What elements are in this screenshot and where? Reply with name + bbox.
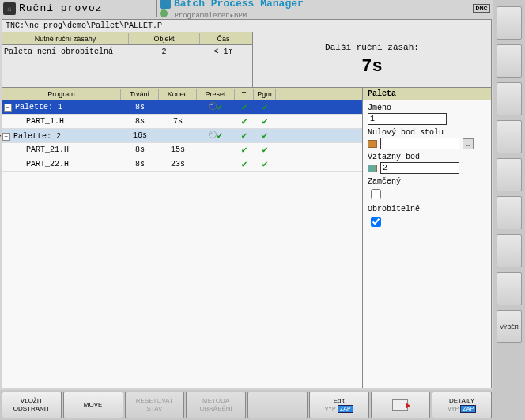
mode-title: Ruční provoz xyxy=(19,2,103,14)
softkey-bar: VLOŽIT ODSTRANIT MOVE RESETOVAT STAV MET… xyxy=(0,390,493,420)
col-konec: Konec xyxy=(159,89,197,100)
table-row[interactable]: PART_1.H 8s 7s ✔ ✔ xyxy=(2,115,362,129)
intervention-time: < 1m xyxy=(200,46,247,58)
path-bar: TNC:\nc_prog\demo\Pallet\PALLET.P xyxy=(2,20,491,32)
dnc-badge: DNC xyxy=(473,4,489,13)
obrobitelne-checkbox[interactable] xyxy=(371,217,381,227)
obrobitelne-label: Obrobitelné xyxy=(368,205,486,214)
row-trvani: 8s xyxy=(121,115,159,127)
titlebar: ⌂ Ruční provoz Batch Process Manager Pro… xyxy=(0,0,493,17)
row-trvani: 8s xyxy=(121,158,159,170)
panel-title: Paleta xyxy=(363,88,491,100)
row-name: Palette: 1 xyxy=(15,103,62,112)
row-konec xyxy=(159,134,197,138)
intervention-text: Paleta není obrobitelná xyxy=(2,46,129,58)
softkey-screenshot[interactable] xyxy=(371,392,431,418)
row-name: PART_22.H xyxy=(2,158,121,170)
side-softkey[interactable] xyxy=(497,272,522,305)
row-trvani: 16s xyxy=(121,130,159,142)
row-trvani: 8s xyxy=(121,101,159,113)
stolu-input[interactable] xyxy=(380,138,459,149)
col-preset: Preset xyxy=(197,89,235,100)
check-icon: ✔ xyxy=(262,131,267,142)
row-trvani: 8s xyxy=(121,144,159,156)
table-row[interactable]: ⤳−Palette: 2 16s ✔ ✔ ✔ xyxy=(2,129,362,143)
side-softkey-vyber[interactable]: VÝBĚR xyxy=(497,310,522,343)
mode-icon: ⌂ xyxy=(3,2,16,15)
row-konec: 23s xyxy=(159,158,197,170)
row-konec xyxy=(159,106,197,109)
row-name: PART_1.H xyxy=(2,115,121,127)
check-icon: ✔ xyxy=(262,102,267,113)
app-icon xyxy=(160,0,171,9)
col-object: Objekt xyxy=(129,33,200,44)
col-program: Program xyxy=(2,89,121,100)
app-title: Batch Process Manager xyxy=(174,0,304,9)
check-icon: ✔ xyxy=(241,131,247,142)
arrow-icon: ⤳ xyxy=(0,132,1,141)
row-name: Palette: 2 xyxy=(13,132,61,141)
col-intervention: Nutné ruční zásahy xyxy=(2,33,129,44)
table-row[interactable]: −Palette: 1 8s ✔ ✔ ✔ xyxy=(2,100,362,115)
status-dot-icon xyxy=(160,9,168,17)
check-icon: ✔ xyxy=(241,159,247,170)
vztazny-label: Vztažný bod xyxy=(368,153,486,161)
vztazny-input[interactable] xyxy=(380,162,459,174)
details-panel: Paleta Jméno Nulový bod stolu … xyxy=(363,88,491,388)
browse-button[interactable]: … xyxy=(463,138,474,149)
softkey-blank xyxy=(247,392,308,418)
side-softkey[interactable] xyxy=(497,44,522,78)
softkey-edit[interactable]: Edit VYP ZAP xyxy=(309,392,369,418)
preset-target-icon xyxy=(209,102,217,110)
zamceny-label: Zamčený xyxy=(368,177,486,186)
check-icon: ✔ xyxy=(241,102,247,113)
softkey-reset[interactable]: RESETOVAT STAV xyxy=(125,392,185,418)
zamceny-checkbox[interactable] xyxy=(371,189,381,199)
check-icon: ✔ xyxy=(217,131,222,142)
intervention-object: 2 xyxy=(129,46,200,58)
col-time: Čas xyxy=(200,33,247,44)
side-softkey[interactable] xyxy=(497,196,522,229)
check-icon: ✔ xyxy=(241,145,247,156)
side-softkey[interactable] xyxy=(497,82,522,115)
table-row[interactable]: PART_21.H 8s 15s ✔ ✔ xyxy=(2,143,362,157)
check-icon: ✔ xyxy=(262,159,267,170)
table-preset-icon xyxy=(368,140,377,148)
side-softkey[interactable] xyxy=(497,120,522,153)
col-t: T xyxy=(235,89,254,100)
check-icon: ✔ xyxy=(217,102,222,113)
next-intervention-label: Další ruční zásah: xyxy=(325,43,419,52)
collapse-icon[interactable]: − xyxy=(4,104,12,112)
side-softkey[interactable] xyxy=(497,6,522,40)
vertical-softkeys: VÝBĚR xyxy=(493,0,525,420)
side-softkey[interactable] xyxy=(497,234,522,267)
softkey-method[interactable]: METODA OBRÁBĚNÍ xyxy=(186,392,246,418)
preset-icon xyxy=(368,165,377,172)
check-icon: ✔ xyxy=(262,116,267,127)
next-intervention-value: 7s xyxy=(361,57,382,77)
intervention-row[interactable]: Paleta není obrobitelná 2 < 1m xyxy=(2,45,252,58)
table-row[interactable]: PART_22.H 8s 23s ✔ ✔ xyxy=(2,157,362,172)
row-konec: 15s xyxy=(159,144,197,156)
export-icon xyxy=(392,399,408,411)
row-konec: 7s xyxy=(159,115,197,127)
collapse-icon[interactable]: − xyxy=(2,133,10,141)
softkey-move[interactable]: MOVE xyxy=(63,392,123,418)
breadcrumb: Programmieren▸BPM xyxy=(174,12,247,20)
jmeno-input[interactable] xyxy=(368,113,447,125)
softkey-insert-remove[interactable]: VLOŽIT ODSTRANIT xyxy=(2,392,62,418)
softkey-details[interactable]: DETAILY VYP ZAP xyxy=(432,392,492,418)
check-icon: ✔ xyxy=(241,116,247,127)
col-trvani: Trvání xyxy=(121,89,159,100)
row-name: PART_21.H xyxy=(2,144,121,156)
check-icon: ✔ xyxy=(262,145,267,156)
side-softkey[interactable] xyxy=(497,158,522,191)
preset-target-icon xyxy=(209,131,217,138)
jmeno-label: Jméno xyxy=(368,104,486,112)
col-pgm: Pgm xyxy=(254,89,276,100)
stolu-label: Nulový bod stolu xyxy=(368,128,486,137)
